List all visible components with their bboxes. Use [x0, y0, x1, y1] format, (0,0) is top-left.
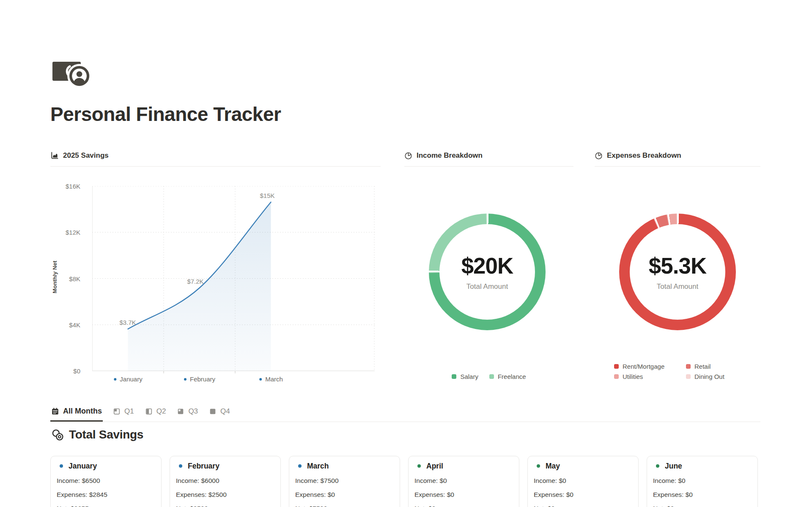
quarter-one-icon: [113, 408, 121, 415]
month-cards-row: January Income: $6500 Expenses: $2845 Ne…: [50, 456, 758, 507]
x-axis-labels: January February March: [50, 375, 381, 386]
total-savings-title: Total Savings: [69, 428, 143, 441]
month-income: Income: $0: [653, 476, 752, 485]
expenses-total-value: $5.3K: [649, 253, 706, 279]
month-name: March: [307, 462, 329, 471]
tab-q2[interactable]: Q2: [144, 405, 167, 422]
month-net: Net: $7500: [295, 504, 394, 507]
expenses-section: Expenses Breakdown $5.3K Total Amount Re…: [595, 151, 760, 405]
area-chart-icon: [50, 151, 59, 160]
savings-section-title: 2025 Savings: [63, 151, 109, 160]
quarter-filter-tabs: All Months Q1 Q2 Q3: [50, 404, 760, 422]
june-marker-icon: [656, 464, 659, 468]
month-name: April: [426, 462, 443, 471]
month-net: Net: $3500: [176, 504, 274, 507]
month-card-june[interactable]: June Income: $0 Expenses: $0 Net: $0: [647, 456, 758, 507]
quarter-three-icon: [177, 408, 184, 415]
income-total-value: $20K: [461, 253, 513, 279]
month-card-january[interactable]: January Income: $6500 Expenses: $2845 Ne…: [50, 456, 162, 507]
y-tick-4k: $4K: [55, 321, 80, 329]
y-tick-0: $0: [55, 367, 80, 375]
coins-icon: [52, 429, 64, 441]
month-income: Income: $6000: [176, 476, 274, 485]
legend-item-dining-out: Dining Out: [686, 373, 741, 380]
may-marker-icon: [537, 464, 540, 468]
march-point-marker-icon: [259, 378, 262, 381]
y-tick-12k: $12K: [55, 229, 80, 236]
february-marker-icon: [179, 464, 182, 468]
month-name: January: [69, 462, 97, 471]
month-expenses: Expenses: $0: [653, 490, 752, 499]
calendar-icon: [51, 407, 59, 415]
legend-item-freelance: Freelance: [489, 373, 526, 380]
income-section-title: Income Breakdown: [417, 151, 483, 160]
freelance-swatch-icon: [489, 374, 494, 379]
retail-swatch-icon: [686, 364, 691, 369]
month-income: Income: $0: [534, 476, 632, 485]
y-axis-label: Monthly Net: [52, 260, 58, 293]
point-label-january: $3.7K: [119, 319, 136, 326]
month-income: Income: $0: [414, 476, 513, 485]
month-net: Net: $0: [414, 504, 513, 507]
rent-mortgage-swatch-icon: [614, 364, 619, 369]
income-section-header: Income Breakdown: [404, 151, 573, 167]
legend-item-rent-mortgage: Rent/Mortgage: [614, 363, 686, 370]
month-net: Net: $3655: [57, 504, 155, 507]
utilities-swatch-icon: [614, 374, 619, 379]
expenses-legend: Rent/Mortgage Retail Utilities Dining Ou…: [614, 363, 741, 380]
dining-out-swatch-icon: [686, 374, 691, 379]
tab-all-months[interactable]: All Months: [50, 404, 103, 422]
month-expenses: Expenses: $0: [295, 490, 394, 499]
pie-chart-icon: [595, 152, 603, 160]
tab-q4[interactable]: Q4: [208, 405, 231, 422]
quarter-two-icon: [145, 408, 153, 415]
month-card-march[interactable]: March Income: $7500 Expenses: $0 Net: $7…: [289, 456, 400, 507]
month-card-april[interactable]: April Income: $0 Expenses: $0 Net: $0: [408, 456, 519, 507]
expenses-section-title: Expenses Breakdown: [607, 151, 681, 160]
month-expenses: Expenses: $0: [534, 490, 632, 499]
month-expenses: Expenses: $2500: [176, 490, 274, 499]
y-tick-16k: $16K: [55, 183, 80, 190]
banknote-coin-logo-icon: [52, 58, 94, 88]
month-card-february[interactable]: February Income: $6000 Expenses: $2500 N…: [170, 456, 281, 507]
month-card-may[interactable]: May Income: $0 Expenses: $0 Net: $0: [527, 456, 639, 507]
income-total-label: Total Amount: [466, 282, 508, 291]
expenses-donut-chart: $5.3K Total Amount: [619, 214, 736, 330]
legend-item-retail: Retail: [686, 363, 741, 370]
point-label-february: $7.2K: [187, 278, 203, 285]
x-label-february: February: [184, 375, 215, 383]
point-label-march: $15K: [260, 192, 274, 199]
income-donut-chart: $20K Total Amount: [429, 214, 546, 330]
month-income: Income: $7500: [295, 476, 394, 485]
january-marker-icon: [60, 464, 63, 468]
february-point-marker-icon: [184, 378, 187, 381]
tab-q1[interactable]: Q1: [112, 405, 135, 422]
expenses-total-label: Total Amount: [657, 282, 698, 291]
month-income: Income: $6500: [57, 476, 155, 485]
page-title: Personal Finance Tracker: [50, 103, 281, 126]
april-marker-icon: [417, 464, 421, 468]
savings-section-header: 2025 Savings: [50, 151, 381, 167]
legend-item-salary: Salary: [452, 373, 478, 380]
legend-item-utilities: Utilities: [614, 373, 686, 380]
pie-chart-icon: [404, 152, 412, 160]
january-point-marker-icon: [114, 378, 116, 381]
savings-line-chart: [92, 186, 375, 375]
month-name: May: [546, 462, 560, 471]
y-tick-8k: $8K: [55, 275, 80, 282]
x-label-january: January: [114, 375, 142, 383]
quarter-four-icon: [209, 408, 217, 415]
income-legend: Salary Freelance: [404, 373, 573, 380]
income-section: Income Breakdown $20K Total Amount Salar…: [404, 151, 573, 405]
month-name: June: [665, 462, 682, 471]
month-expenses: Expenses: $2845: [57, 490, 155, 499]
month-net: Net: $0: [534, 504, 632, 507]
salary-swatch-icon: [452, 374, 456, 379]
total-savings-header: Total Savings: [52, 428, 143, 441]
month-net: Net: $0: [653, 504, 752, 507]
month-expenses: Expenses: $0: [414, 490, 513, 499]
march-marker-icon: [298, 464, 302, 468]
x-label-march: March: [259, 375, 283, 383]
tab-q3[interactable]: Q3: [176, 405, 199, 422]
income-donut-center: $20K Total Amount: [439, 224, 535, 320]
